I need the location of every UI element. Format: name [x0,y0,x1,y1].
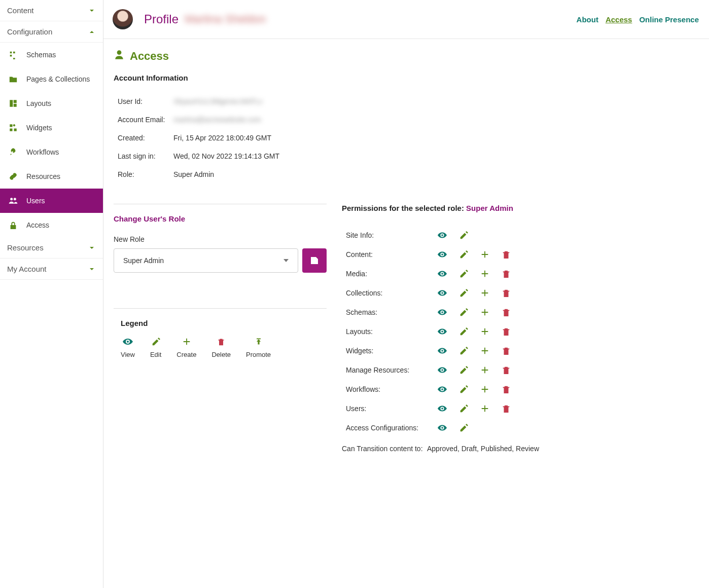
sidebar-item-label: Layouts [26,99,51,107]
permission-name: Media: [346,270,437,278]
trash-icon [501,365,511,375]
sidebar-group-resources[interactable]: Resources [0,237,103,259]
tab-access[interactable]: Access [606,15,632,24]
trash-icon [501,269,511,278]
plus-icon [480,365,490,375]
trash-icon [501,404,511,413]
trash-icon [501,346,511,355]
eye-icon [123,337,133,347]
transition-label: Can Transition content to: [342,445,427,453]
sidebar-item-access[interactable]: Access [0,213,103,237]
permission-row: Access Configurations: [346,418,699,437]
permission-icons [437,385,511,394]
legend-label: Delete [211,351,231,358]
permission-name: Content: [346,250,437,259]
permission-name: Site Info: [346,231,437,239]
pencil-icon [458,385,469,394]
info-value: Wed, 02 Nov 2022 19:14:13 GMT [173,152,279,160]
permission-icons [437,404,511,413]
trash-icon [217,337,225,347]
role-select[interactable]: Super Admin [114,248,298,273]
permission-icons [437,346,511,355]
eye-icon [437,250,447,259]
pencil-icon [458,346,469,355]
main-content: Profile Martina Sheldon About Access Onl… [103,0,709,588]
sidebar-group-label: Configuration [7,27,52,36]
tab-online-presence[interactable]: Online Presence [639,15,699,24]
permission-row: Schemas: [346,303,699,322]
permission-row: Manage Resources: [346,360,699,380]
sidebar-item-resources[interactable]: Resources [0,164,103,189]
sidebar-group-configuration[interactable]: Configuration [0,21,103,43]
plus-icon [480,346,490,355]
info-row-email: Account Email: martina@acmewebsite.com [118,111,699,129]
save-role-button[interactable] [302,248,327,273]
permission-row: Layouts: [346,322,699,341]
trash-icon [501,385,511,394]
permission-icons [437,231,469,240]
sidebar-item-layouts[interactable]: Layouts [0,91,103,116]
permission-row: Media: [346,264,699,283]
plus-icon [182,337,191,347]
account-info-heading: Account Information [114,74,699,82]
permissions-heading: Permissions for the selected role: Super… [342,204,699,212]
info-key: Role: [118,170,173,178]
trash-icon [501,288,511,298]
new-role-label: New Role [114,235,327,243]
schema-icon [7,50,19,60]
permission-icons [437,250,511,259]
plus-icon [480,327,490,336]
widget-icon [7,123,19,133]
permission-icons [437,365,511,375]
permission-row: Site Info: [346,226,699,245]
pencil-icon [458,288,469,298]
permission-name: Schemas: [346,308,437,316]
section-heading: Access [114,49,699,63]
permission-name: Access Configurations: [346,424,437,432]
info-key: Created: [118,134,173,142]
sidebar-item-users[interactable]: Users [0,189,103,213]
plus-icon [480,404,490,413]
tab-about[interactable]: About [577,15,598,24]
sidebar-group-content[interactable]: Content [0,0,103,21]
plus-icon [480,250,490,259]
sidebar-group-myaccount[interactable]: My Account [0,259,103,280]
dropdown-caret-icon [283,259,289,262]
sidebar-item-widgets[interactable]: Widgets [0,116,103,140]
sidebar-item-workflows[interactable]: Workflows [0,140,103,164]
sidebar-item-pages[interactable]: Pages & Collections [0,67,103,91]
pencil-icon [458,231,469,240]
info-row-signin: Last sign in: Wed, 02 Nov 2022 19:14:13 … [118,147,699,165]
info-row-userid: User Id: XbyauH1cL0Mgenev.MATLc [118,92,699,111]
promote-icon [255,337,263,347]
permissions-role: Super Admin [466,204,513,212]
info-value: martina@acmewebsite.com [173,116,261,124]
info-key: Last sign in: [118,152,173,160]
eye-icon [437,308,447,317]
section-title-text: Access [130,50,169,63]
eye-icon [437,288,447,298]
eye-icon [437,327,447,336]
pencil-icon [458,404,469,413]
sidebar: Content Configuration Schemas Pages & Co… [0,0,103,588]
permission-row: Widgets: [346,341,699,360]
info-row-created: Created: Fri, 15 Apr 2022 18:00:49 GMT [118,129,699,147]
account-info-table: User Id: XbyauH1cL0Mgenev.MATLc Account … [118,92,699,183]
chevron-down-icon [88,7,96,15]
sidebar-item-label: Users [26,197,45,205]
sidebar-item-label: Workflows [26,148,59,156]
sidebar-group-label: Resources [7,243,44,252]
pencil-icon [458,269,469,278]
sidebar-item-schemas[interactable]: Schemas [0,43,103,67]
layout-icon [7,98,19,108]
permission-name: Manage Resources: [346,366,437,374]
legend-heading: Legend [121,319,327,327]
trash-icon [501,327,511,336]
pencil-icon [151,337,160,347]
trash-icon [501,308,511,317]
eye-icon [437,404,447,413]
profile-header: Profile Martina Sheldon About Access Onl… [103,0,709,39]
permission-name: Collections: [346,289,437,297]
pencil-icon [458,327,469,336]
role-select-value: Super Admin [123,256,164,265]
